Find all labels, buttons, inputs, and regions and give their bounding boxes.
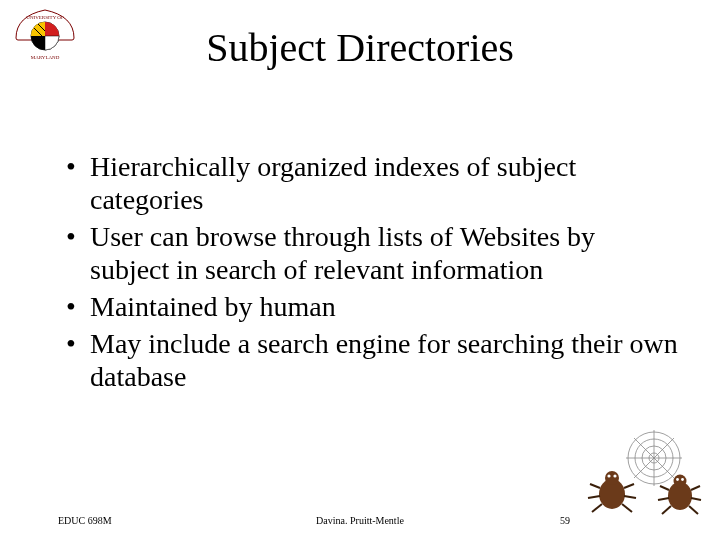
svg-line-27 — [660, 486, 669, 490]
svg-point-26 — [681, 478, 684, 481]
svg-line-29 — [662, 506, 671, 514]
svg-point-24 — [674, 475, 687, 488]
slide-title: Subject Directories — [0, 24, 720, 71]
bullet-item: Maintained by human — [60, 290, 680, 323]
svg-point-25 — [676, 478, 679, 481]
svg-line-18 — [588, 496, 600, 498]
bullet-item: Hierarchically organized indexes of subj… — [60, 150, 680, 216]
svg-line-30 — [691, 486, 700, 490]
svg-point-16 — [613, 474, 616, 477]
bullet-list: Hierarchically organized indexes of subj… — [60, 150, 680, 393]
svg-point-14 — [605, 471, 619, 485]
footer-author: Davina. Pruitt-Mentle — [0, 515, 720, 526]
svg-line-28 — [658, 498, 669, 500]
slide-body: Hierarchically organized indexes of subj… — [60, 150, 680, 397]
bullet-item: May include a search engine for searchin… — [60, 327, 680, 393]
svg-line-19 — [592, 504, 602, 512]
svg-line-32 — [689, 506, 698, 514]
svg-point-15 — [607, 474, 610, 477]
svg-line-22 — [622, 504, 632, 512]
svg-line-17 — [590, 484, 600, 488]
svg-line-31 — [691, 498, 701, 500]
svg-line-21 — [624, 496, 636, 498]
footer-page-number: 59 — [560, 515, 570, 526]
svg-text:UNIVERSITY OF: UNIVERSITY OF — [26, 15, 64, 20]
spider-web-clipart — [582, 428, 702, 518]
bullet-item: User can browse through lists of Website… — [60, 220, 680, 286]
slide: UNIVERSITY OF MARYLAND Subject Directori… — [0, 0, 720, 540]
svg-line-20 — [624, 484, 634, 488]
